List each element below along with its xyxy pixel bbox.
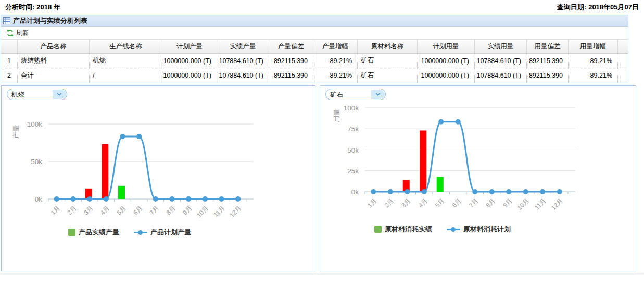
line-point [557, 189, 562, 194]
x-tick-label: 9月 [501, 197, 513, 209]
query-date-label: 查询日期: [557, 3, 586, 11]
material-chart-canvas: 0k25k50k75k100k用量1月2月3月4月5月6月7月8月9月10月11… [320, 86, 636, 271]
legend-square-icon [374, 226, 382, 233]
chevron-down-icon[interactable] [53, 90, 66, 99]
table-cell: / [90, 68, 162, 83]
refresh-label: 刷新 [16, 29, 29, 38]
table-body: 1烧结熟料机烧1000000.000 (T)107884.610 (T)-892… [1, 54, 628, 83]
table-row[interactable]: 2合计/1000000.000 (T)107884.610 (T)-892115… [1, 68, 628, 83]
top-bar: 分析时间:2018 年 查询日期:2018年05月07日 [0, 0, 644, 15]
column-header[interactable]: 产品名称 [18, 40, 90, 53]
table-cell: 1000000.000 (T) [418, 54, 475, 68]
x-tick-label: 1月 [366, 197, 378, 209]
y-tick-label: 75k [347, 125, 359, 133]
table-header-row: 产品名称生产线名称计划产量实绩产量产量偏差产量增幅原材料名称计划用量实绩用量用量… [1, 40, 628, 54]
y-tick-label: 0k [35, 195, 43, 203]
column-header[interactable]: 原材料名称 [358, 40, 418, 53]
y-tick-label: 100k [27, 120, 43, 128]
table-cell: -892115.390 [527, 68, 569, 83]
line-point [54, 196, 59, 202]
refresh-button[interactable]: 刷新 [4, 28, 31, 39]
table-icon [3, 17, 10, 24]
column-header[interactable]: 计划产量 [162, 40, 217, 53]
panel-title: 产品计划与实绩分析列表 [13, 16, 87, 26]
x-tick-label: 11月 [533, 197, 547, 211]
column-header[interactable]: 实绩产量 [217, 40, 269, 53]
table-cell: 1000000.000 (T) [162, 54, 217, 68]
x-tick-label: 6月 [451, 197, 463, 209]
production-line-select[interactable]: 机烧 [7, 89, 67, 100]
table-cell-filler [618, 68, 628, 83]
plan-line [57, 136, 238, 199]
production-line-select-value: 机烧 [11, 91, 24, 100]
column-header[interactable]: 用量增幅 [569, 40, 618, 53]
x-tick-label: 3月 [82, 204, 94, 216]
column-header[interactable]: 用量偏差 [527, 40, 569, 53]
column-header-filler [618, 40, 628, 53]
line-point [104, 196, 109, 202]
table-cell-filler [618, 54, 628, 68]
x-tick-label: 6月 [132, 204, 144, 216]
legend-item-actual-usage[interactable]: 原材料消耗实绩 [374, 225, 432, 234]
material-chart-panel: 矿石 0k25k50k75k100k用量1月2月3月4月5月6月7月8月9月10… [320, 85, 636, 271]
x-tick-label: 10月 [195, 204, 210, 219]
x-tick-label: 2月 [66, 204, 78, 216]
analysis-time-label: 分析时间: [5, 3, 34, 11]
table-cell: -89.21% [569, 54, 618, 68]
line-point [388, 189, 393, 194]
x-tick-label: 7月 [468, 197, 479, 209]
legend-label: 产品实绩产量 [79, 228, 119, 237]
legend-item-plan-usage[interactable]: 原材料消耗计划 [447, 225, 511, 234]
line-point [71, 196, 76, 202]
legend-item-plan-output[interactable]: 产品计划产量 [134, 228, 191, 237]
column-header[interactable] [1, 40, 18, 53]
plan-line [373, 122, 560, 192]
line-point [422, 189, 427, 194]
analysis-time: 分析时间:2018 年 [5, 3, 60, 12]
x-tick-label: 2月 [383, 197, 395, 209]
refresh-icon [6, 29, 14, 37]
line-point [219, 196, 224, 202]
column-header[interactable]: 生产线名称 [90, 40, 162, 53]
product-analysis-panel: 产品计划与实绩分析列表 刷新 产品名称生产线名称计划产量实绩产量产量偏差产量增幅… [1, 15, 628, 83]
line-point [456, 119, 461, 125]
x-tick-label: 7月 [148, 204, 160, 216]
x-tick-label: 10月 [516, 197, 531, 212]
line-point [87, 196, 92, 202]
toolbar: 刷新 [1, 27, 628, 40]
x-tick-label: 3月 [400, 197, 412, 209]
table-cell: 1000000.000 (T) [418, 68, 475, 83]
column-header[interactable]: 实绩用量 [475, 40, 527, 53]
line-point [506, 189, 511, 194]
x-tick-label: 1月 [49, 204, 61, 216]
table-cell: -89.21% [569, 68, 618, 83]
table-cell: 107884.610 (T) [475, 68, 527, 83]
legend-label: 原材料消耗实绩 [385, 225, 432, 234]
chevron-down-icon[interactable] [371, 90, 385, 99]
legend-label: 产品计划产量 [150, 228, 191, 237]
table-row[interactable]: 1烧结熟料机烧1000000.000 (T)107884.610 (T)-892… [1, 54, 628, 68]
material-select-value: 矿石 [330, 91, 343, 100]
line-point [489, 189, 495, 194]
y-tick-label: 100k [344, 104, 359, 112]
column-header[interactable]: 产量偏差 [269, 40, 313, 53]
y-tick-label: 25k [347, 167, 359, 175]
chart-svg: 0k50k100k产量1月2月3月4月5月6月7月8月9月10月11月12月 [2, 86, 315, 271]
table-cell: -89.21% [313, 68, 358, 83]
table-cell: 1 [1, 54, 18, 68]
legend-line-icon [447, 229, 460, 230]
column-header[interactable]: 产量增幅 [313, 40, 358, 53]
product-chart-legend: 产品实绩产量 产品计划产量 [68, 228, 191, 237]
analysis-time-value: 2018 年 [36, 3, 60, 11]
line-point [203, 196, 208, 202]
column-header[interactable]: 计划用量 [418, 40, 475, 53]
table-cell: -892115.390 [269, 54, 313, 68]
query-date: 查询日期:2018年05月07日 [557, 3, 639, 12]
x-tick-label: 5月 [434, 197, 446, 209]
y-tick-label: 50k [31, 158, 42, 166]
x-tick-label: 4月 [99, 204, 111, 216]
material-chart-legend: 原材料消耗实绩 原材料消耗计划 [374, 225, 511, 234]
legend-item-actual-output[interactable]: 产品实绩产量 [68, 228, 119, 237]
x-tick-label: 8月 [165, 204, 177, 216]
material-select[interactable]: 矿石 [325, 89, 386, 100]
